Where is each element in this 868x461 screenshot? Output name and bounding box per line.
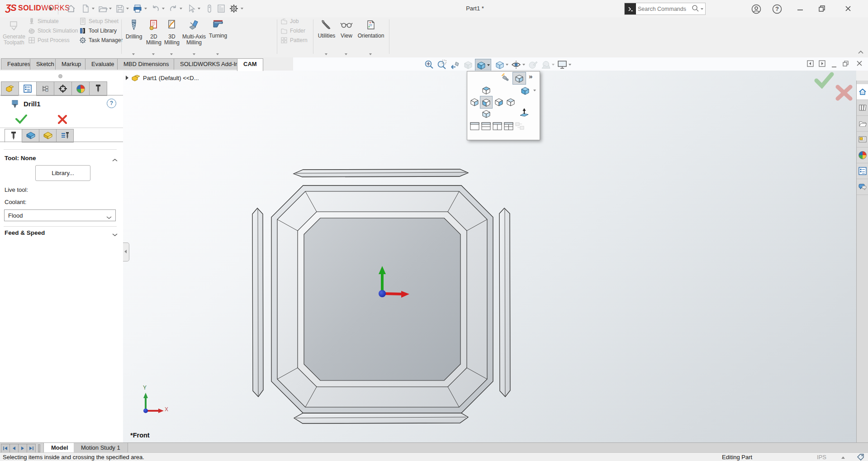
configuration-manager-tab[interactable] (36, 81, 54, 96)
undo-dropdown-caret[interactable] (162, 8, 165, 10)
doc-minimize-icon[interactable] (831, 63, 837, 70)
bottom-view-button[interactable] (481, 108, 492, 119)
minimize-icon[interactable] (796, 5, 806, 14)
utilities-button[interactable]: Utilities (316, 19, 337, 39)
design-library-button[interactable] (857, 100, 868, 116)
search-icon[interactable] (691, 4, 699, 14)
nav-next-button[interactable] (18, 444, 27, 453)
tab-mbd-dimensions[interactable]: MBD Dimensions (117, 58, 175, 70)
patterns-subtab[interactable] (39, 129, 57, 143)
close-icon[interactable] (844, 5, 854, 14)
utilities-flyout-caret[interactable] (325, 53, 327, 55)
view-settings-caret[interactable] (569, 64, 571, 66)
3d-milling-flyout-caret[interactable] (170, 53, 173, 55)
select-dropdown-caret[interactable] (198, 8, 200, 10)
open-dropdown-caret[interactable] (109, 8, 112, 10)
turning-button[interactable]: Turning (207, 19, 229, 39)
display-manager-tab[interactable] (71, 81, 90, 96)
select-cursor-icon[interactable] (186, 4, 196, 14)
turning-flyout-caret[interactable] (216, 53, 219, 55)
tag-icon[interactable] (857, 453, 865, 461)
display-style-caret[interactable] (506, 64, 508, 66)
isometric-view-button[interactable] (520, 85, 531, 96)
file-properties-icon[interactable] (216, 4, 226, 14)
view-palette-button[interactable] (857, 132, 868, 147)
view-flyout-caret[interactable] (345, 53, 347, 55)
drilling-button[interactable]: Drilling (123, 19, 145, 40)
doc-close-icon[interactable] (856, 60, 863, 68)
pocket-floor-face[interactable] (304, 218, 460, 380)
drilling-flyout-caret[interactable] (132, 53, 135, 55)
two-view-horizontal-button[interactable] (480, 121, 491, 132)
setup-sheet-button[interactable]: Setup Sheet (79, 17, 119, 25)
multi-axis-milling-button[interactable]: Multi-Axis Milling (181, 19, 207, 46)
tab-cam[interactable]: CAM (237, 58, 263, 71)
features-subtab[interactable] (22, 129, 39, 143)
folder-button[interactable]: Folder (280, 27, 305, 35)
zoom-fit-icon[interactable] (423, 59, 435, 71)
nav-last-button[interactable] (27, 444, 36, 453)
search-dropdown-caret[interactable] (701, 8, 703, 10)
previous-view-icon[interactable] (449, 59, 461, 71)
view-orientation-caret[interactable] (487, 64, 490, 66)
display-style-icon[interactable] (494, 59, 506, 71)
link-views-button[interactable] (514, 121, 525, 132)
search-input[interactable] (636, 6, 691, 12)
dimxpert-manager-tab[interactable] (54, 81, 72, 96)
feed-speed-section-header[interactable]: Feed & Speed (5, 229, 45, 236)
panel-splitter-handle[interactable] (58, 74, 62, 78)
hide-show-items-icon[interactable] (510, 59, 522, 71)
undo-icon[interactable] (151, 4, 161, 14)
taskpane-home-button[interactable] (857, 84, 868, 100)
front-view-button[interactable] (480, 96, 493, 109)
pane-left-icon[interactable] (807, 60, 814, 68)
view-selector-button[interactable] (512, 72, 526, 85)
four-view-button[interactable] (503, 121, 514, 132)
motion-study-tab[interactable]: Motion Study 1 (74, 443, 128, 452)
orientation-flyout-caret[interactable] (369, 53, 372, 55)
nav-first-button[interactable] (1, 444, 10, 453)
apply-scene-icon[interactable] (540, 59, 552, 71)
multi-axis-flyout-caret[interactable] (193, 53, 195, 55)
orientation-button[interactable]: Orientation (356, 19, 386, 39)
logo-flyout-arrow-icon[interactable] (50, 6, 52, 11)
library-button[interactable]: Library... (35, 165, 90, 181)
search-commands-box[interactable] (624, 3, 706, 15)
redo-icon[interactable] (168, 4, 178, 14)
tab-splitter-handle[interactable] (38, 444, 40, 452)
units-caret-icon[interactable] (841, 456, 845, 459)
pane-right-icon[interactable] (819, 60, 825, 68)
task-manager-button[interactable]: Task Manager (79, 36, 123, 44)
home-icon[interactable] (66, 4, 76, 14)
section-view-icon[interactable] (462, 59, 474, 71)
apply-scene-caret[interactable] (552, 64, 555, 66)
isometric-caret[interactable] (533, 90, 536, 91)
generate-toolpath-button[interactable]: Generate Toolpath (1, 20, 27, 46)
feature-manager-tab[interactable] (1, 81, 19, 96)
save-icon[interactable] (115, 4, 125, 14)
open-icon[interactable] (98, 4, 108, 14)
normal-to-button[interactable] (519, 108, 530, 119)
tool-section-header[interactable]: Tool: None (5, 155, 36, 162)
tool-library-button[interactable]: Tool Library (79, 27, 117, 35)
back-view-button[interactable] (505, 96, 516, 107)
print-dropdown-caret[interactable] (144, 8, 147, 10)
left-view-button[interactable] (469, 96, 480, 107)
posting-subtab[interactable] (56, 129, 74, 143)
confirm-ok-watermark-icon[interactable] (814, 71, 834, 90)
model-tab[interactable]: Model (43, 443, 76, 452)
tree-expand-arrow-icon[interactable] (126, 76, 128, 80)
new-dropdown-caret[interactable] (92, 8, 95, 10)
two-view-vertical-button[interactable] (492, 121, 503, 132)
cancel-x-icon[interactable] (57, 114, 68, 126)
2d-milling-button[interactable]: 2D Milling (145, 19, 163, 46)
new-document-icon[interactable] (81, 4, 90, 14)
expand-chevron-icon[interactable] (112, 231, 118, 238)
tab-evaluate[interactable]: Evaluate (85, 58, 121, 70)
single-view-button[interactable] (469, 121, 480, 132)
nav-prev-button[interactable] (9, 444, 19, 453)
view-orientation-button[interactable] (475, 59, 491, 71)
more-views-chevron[interactable]: » (529, 72, 532, 80)
forum-button[interactable] (857, 179, 868, 195)
ok-check-icon[interactable] (14, 113, 28, 126)
